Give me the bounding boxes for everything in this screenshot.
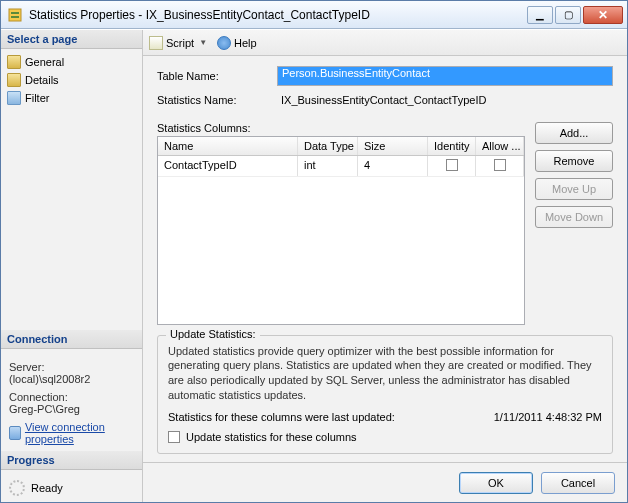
- table-name-input[interactable]: Person.BusinessEntityContact: [277, 66, 613, 86]
- ok-button[interactable]: OK: [459, 472, 533, 494]
- statistics-name-label: Statistics Name:: [157, 94, 277, 106]
- minimize-button[interactable]: ▁: [527, 6, 553, 24]
- toolbar: Script ▼ Help: [143, 30, 627, 56]
- statistics-columns-grid[interactable]: Name Data Type Size Identity Allow ... C…: [157, 136, 525, 325]
- update-checkbox-label: Update statistics for these columns: [186, 431, 357, 443]
- checkbox-icon[interactable]: [494, 159, 506, 171]
- connection-icon: [9, 426, 21, 440]
- update-statistics-group: Update Statistics: Updated statistics pr…: [157, 335, 613, 454]
- right-panel: Script ▼ Help Table Name: Person.Busines…: [143, 30, 627, 502]
- page-item-general[interactable]: General: [7, 53, 136, 71]
- connection-value: Greg-PC\Greg: [9, 403, 134, 415]
- progress-spinner-icon: [9, 480, 25, 496]
- svg-rect-1: [11, 12, 19, 14]
- cell-identity: [428, 156, 476, 176]
- progress-status: Ready: [31, 482, 63, 494]
- help-icon: [217, 36, 231, 50]
- help-button[interactable]: Help: [217, 36, 257, 50]
- cancel-button[interactable]: Cancel: [541, 472, 615, 494]
- add-button[interactable]: Add...: [535, 122, 613, 144]
- col-header-allow[interactable]: Allow ...: [476, 137, 524, 155]
- connection-label: Connection:: [9, 391, 134, 403]
- col-header-type[interactable]: Data Type: [298, 137, 358, 155]
- svg-rect-2: [11, 16, 19, 18]
- checkbox-icon[interactable]: [446, 159, 458, 171]
- page-label: Details: [25, 74, 59, 86]
- table-row[interactable]: ContactTypeID int 4: [158, 156, 524, 177]
- svg-rect-0: [9, 9, 21, 21]
- table-name-label: Table Name:: [157, 70, 277, 82]
- columns-label: Statistics Columns:: [157, 122, 525, 134]
- page-icon: [7, 73, 21, 87]
- titlebar[interactable]: Statistics Properties - IX_BusinessEntit…: [1, 1, 627, 29]
- app-icon: [7, 7, 23, 23]
- window-title: Statistics Properties - IX_BusinessEntit…: [29, 8, 527, 22]
- page-label: Filter: [25, 92, 49, 104]
- cell-name: ContactTypeID: [158, 156, 298, 176]
- connection-header: Connection: [1, 330, 142, 349]
- page-label: General: [25, 56, 64, 68]
- script-icon: [149, 36, 163, 50]
- cell-size: 4: [358, 156, 428, 176]
- chevron-down-icon: ▼: [199, 38, 207, 47]
- close-button[interactable]: ✕: [583, 6, 623, 24]
- dialog-footer: OK Cancel: [143, 462, 627, 502]
- view-connection-link[interactable]: View connection properties: [9, 421, 134, 445]
- cell-type: int: [298, 156, 358, 176]
- last-updated-value: 1/11/2011 4:48:32 PM: [494, 411, 602, 423]
- server-value: (local)\sql2008r2: [9, 373, 134, 385]
- statistics-name-value: IX_BusinessEntityContact_ContactTypeID: [277, 92, 613, 108]
- grid-header: Name Data Type Size Identity Allow ...: [158, 137, 524, 156]
- col-header-identity[interactable]: Identity: [428, 137, 476, 155]
- maximize-button[interactable]: ▢: [555, 6, 581, 24]
- dialog-window: Statistics Properties - IX_BusinessEntit…: [0, 0, 628, 503]
- script-button[interactable]: Script ▼: [149, 36, 207, 50]
- view-connection-text: View connection properties: [25, 421, 134, 445]
- last-updated-label: Statistics for these columns were last u…: [168, 411, 494, 423]
- server-label: Server:: [9, 361, 134, 373]
- col-header-size[interactable]: Size: [358, 137, 428, 155]
- update-description: Updated statistics provide query optimiz…: [168, 344, 602, 403]
- page-item-details[interactable]: Details: [7, 71, 136, 89]
- help-label: Help: [234, 37, 257, 49]
- script-label: Script: [166, 37, 194, 49]
- update-legend: Update Statistics:: [166, 328, 260, 340]
- page-item-filter[interactable]: Filter: [7, 89, 136, 107]
- page-icon: [7, 91, 21, 105]
- cell-allow: [476, 156, 524, 176]
- remove-button[interactable]: Remove: [535, 150, 613, 172]
- progress-header: Progress: [1, 451, 142, 470]
- update-checkbox[interactable]: [168, 431, 180, 443]
- move-down-button: Move Down: [535, 206, 613, 228]
- col-header-name[interactable]: Name: [158, 137, 298, 155]
- page-icon: [7, 55, 21, 69]
- move-up-button: Move Up: [535, 178, 613, 200]
- left-panel: Select a page General Details Filter Con…: [1, 30, 143, 502]
- select-page-header: Select a page: [1, 30, 142, 49]
